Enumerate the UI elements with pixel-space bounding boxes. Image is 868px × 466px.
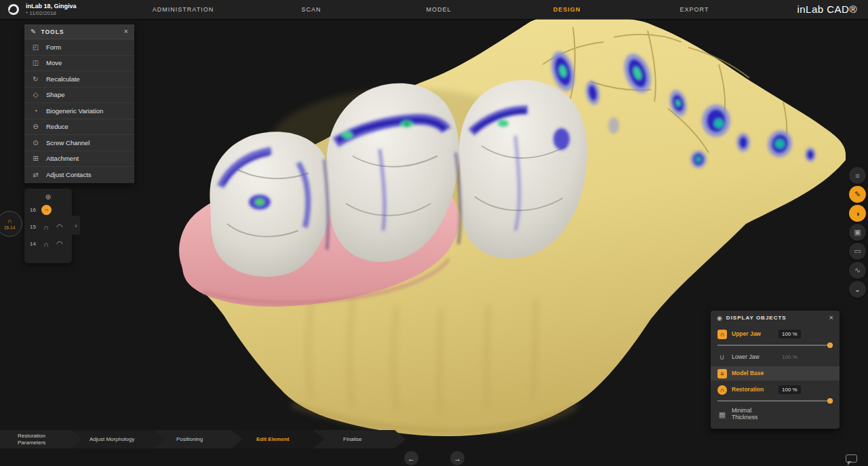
screen-view-button[interactable]: ▭ [849,243,866,260]
tool-label: Attachment [46,155,79,162]
tool-shape[interactable]: ◇ Shape [24,88,134,104]
display-object-restoration[interactable]: ∩ Restoration 100 % [711,383,840,397]
project-info: inLab 18, Gingiva * 11/02/2018 [26,3,77,16]
step-restoration-parameters[interactable]: Restoration Parameters [0,430,83,448]
display-object-lower-jaw[interactable]: ∪ Lower Jaw 100 % [711,350,840,364]
slider-track [717,345,833,346]
collapse-tooth-panel-button[interactable]: ‹ [72,216,80,235]
slider-track [717,400,833,402]
crown-icon[interactable]: ◠ [55,239,64,248]
tooth-row-16[interactable]: 16 ∩ [24,201,72,218]
tab-model[interactable]: MODEL [426,6,451,13]
tooth-number: 16 [30,207,37,213]
tool-adjust-contacts[interactable]: ⇄ Adjust Contacts [24,167,134,183]
restoration-opacity-slider[interactable] [717,397,833,404]
tooth-selector-panel: ⊕ 16 ∩ 15 ∩ ◠ 14 ∩ ◠ [24,189,72,263]
screen-view-icon: ▭ [854,247,861,256]
edit-tools-button[interactable]: ✎ [849,186,866,203]
object-label: Restoration [732,387,774,393]
object-label: Minimal Thickness [732,408,774,421]
tool-attachment[interactable]: ⊞ Attachment [24,151,134,168]
next-step-button[interactable]: → [450,451,465,465]
opacity-value: 100 % [778,330,801,338]
project-date: * 11/02/2018 [26,10,77,17]
arrow-right-icon: → [454,454,461,463]
chevron-left-icon: ‹ [75,222,77,229]
display-objects-header: ◉ DISPLAY OBJECTS × [711,311,840,325]
tab-design[interactable]: DESIGN [553,6,581,13]
upper-jaw-opacity-slider[interactable] [717,342,833,348]
close-icon[interactable]: × [124,28,128,35]
screw-channel-icon: ⊙ [31,139,40,147]
step-finalise[interactable]: Finalise [313,430,406,448]
copy-view-button[interactable]: ▣ [849,224,866,241]
tool-biogeneric-variation[interactable]: ◔ Biogeneric Variation [24,103,134,119]
biogeneric-variation-icon: ◔ [31,107,40,115]
restoration-icon: ∩ [717,385,727,395]
tool-move[interactable]: ◫ Move [24,56,134,72]
curve-tool-icon: ∿ [854,266,861,275]
tooth-row-14[interactable]: 14 ∩ ◠ [24,235,72,252]
tool-screw-channel[interactable]: ⊙ Screw Channel [24,135,134,151]
tool-label: Adjust Contacts [46,171,92,178]
step-label: Edit Element [256,436,309,443]
feedback-chat-icon[interactable] [846,454,857,463]
adjust-contacts-icon: ⇄ [31,171,40,178]
step-positioning[interactable]: Positioning [153,430,243,448]
edit-tools-icon: ✎ [854,190,861,199]
tool-label: Biogeneric Variation [46,107,103,115]
shape-icon: ◇ [31,91,40,98]
contact-display-button[interactable]: ◑ [849,205,866,222]
tool-reduce[interactable]: ⊖ Reduce [24,119,134,136]
tooth-icon[interactable]: ∩ [41,240,51,248]
lower-jaw-icon: ∪ [717,353,727,362]
tools-icon: ✎ [31,28,36,35]
tool-label: Reduce [46,123,68,130]
restoration-range-label: 16-14 [4,225,16,230]
tool-label: Screw Channel [46,139,90,147]
tool-label: Shape [46,91,64,98]
close-icon[interactable]: × [829,314,833,322]
tool-recalculate[interactable]: ↻ Recalculate [24,71,134,88]
display-object-minimal-thickness[interactable]: ▦ Minimal Thickness [711,406,840,423]
display-object-upper-jaw[interactable]: ∩ Upper Jaw 100 % [711,327,840,341]
curve-tool-button[interactable]: ∿ [849,262,866,279]
slider-knob[interactable] [827,398,833,404]
group-view-button[interactable]: ≡ [849,167,866,184]
tooth-icon: ∩ [7,218,12,225]
tool-form[interactable]: ◰ Form [24,39,134,56]
tools-panel-title: TOOLS [41,28,119,35]
app-title: inLab CAD® [797,3,857,15]
shade-view-button[interactable]: ◒ [849,281,866,298]
opacity-value: 100 % [778,353,801,362]
tab-administration[interactable]: ADMINISTRATION [153,6,214,13]
tab-export[interactable]: EXPORT [680,6,709,13]
display-object-model-base[interactable]: ≡ Model Base [711,366,840,381]
form-icon: ◰ [31,43,40,51]
recalculate-icon: ↻ [31,75,40,83]
previous-step-button[interactable]: ← [404,451,418,465]
tool-label: Recalculate [46,75,80,83]
step-label: Restoration Parameters [18,433,71,446]
tooth-row-15[interactable]: 15 ∩ ◠ [24,218,72,235]
tools-panel: ✎ TOOLS × ◰ Form ◫ Move ↻ Recalculate ◇ … [24,24,134,183]
shade-view-icon: ◒ [855,286,860,294]
move-icon: ◫ [31,59,40,66]
step-edit-element[interactable]: Edit Element [232,430,324,448]
arrow-left-icon: ← [408,454,415,463]
model-base-icon: ≡ [717,369,727,378]
step-label: Positioning [176,436,229,443]
tooth-icon[interactable]: ∩ [41,223,51,231]
upper-jaw-icon: ∩ [717,330,727,339]
object-label: Upper Jaw [732,331,774,338]
tooth-selected-icon[interactable]: ∩ [41,205,52,215]
tool-label: Move [46,59,62,66]
display-objects-title: DISPLAY OBJECTS [726,315,825,321]
slider-knob[interactable] [827,343,833,348]
tab-scan[interactable]: SCAN [301,6,321,13]
group-view-icon: ≡ [855,172,859,180]
project-name: inLab 18, Gingiva [26,3,77,10]
sirona-logo-icon [8,4,19,15]
step-adjust-morphology[interactable]: Adjust Morphology [72,430,164,448]
crown-icon[interactable]: ◠ [55,222,64,231]
